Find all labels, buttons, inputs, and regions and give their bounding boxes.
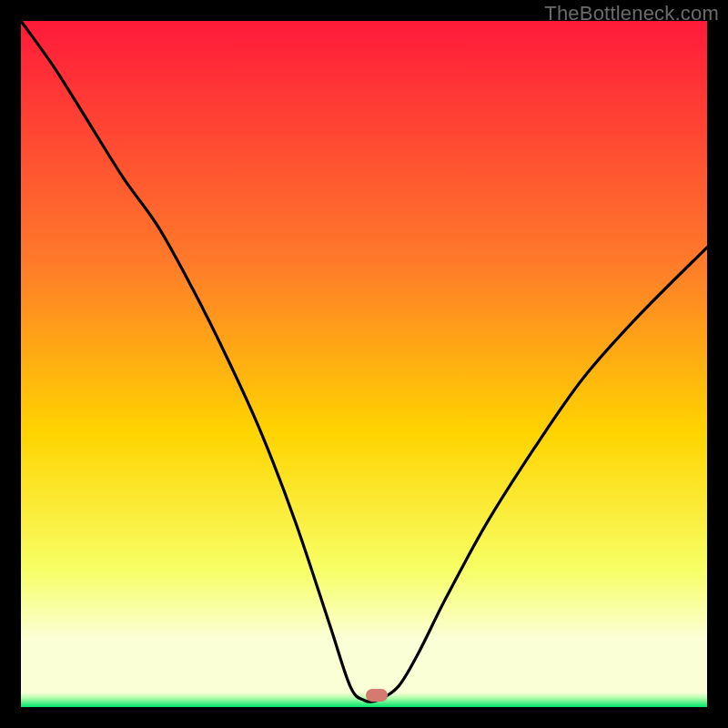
bottleneck-curve [21,21,707,707]
watermark-text: TheBottleneck.com [544,2,719,25]
curve-path [21,21,707,702]
minimum-marker [366,689,388,702]
chart-frame: TheBottleneck.com [0,0,728,728]
